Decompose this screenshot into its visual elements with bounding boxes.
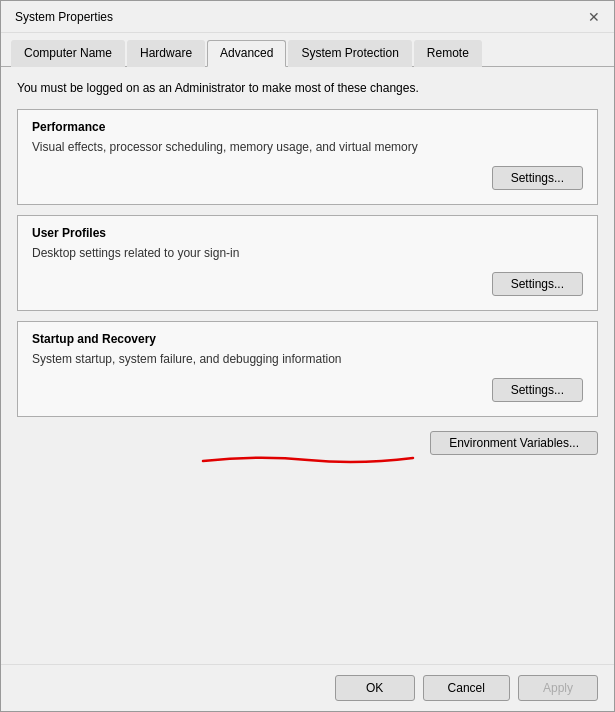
red-underline-decoration bbox=[198, 453, 418, 465]
startup-recovery-btn-row: Settings... bbox=[32, 378, 583, 402]
user-profiles-btn-row: Settings... bbox=[32, 272, 583, 296]
apply-button[interactable]: Apply bbox=[518, 675, 598, 701]
admin-notice: You must be logged on as an Administrato… bbox=[17, 81, 598, 95]
startup-recovery-title: Startup and Recovery bbox=[32, 332, 583, 346]
startup-recovery-desc: System startup, system failure, and debu… bbox=[32, 352, 583, 366]
ok-button[interactable]: OK bbox=[335, 675, 415, 701]
performance-title: Performance bbox=[32, 120, 583, 134]
performance-section: Performance Visual effects, processor sc… bbox=[17, 109, 598, 205]
startup-recovery-settings-button[interactable]: Settings... bbox=[492, 378, 583, 402]
startup-recovery-section: Startup and Recovery System startup, sys… bbox=[17, 321, 598, 417]
user-profiles-title: User Profiles bbox=[32, 226, 583, 240]
tab-advanced[interactable]: Advanced bbox=[207, 40, 286, 67]
footer: OK Cancel Apply bbox=[1, 664, 614, 711]
system-properties-window: System Properties ✕ Computer Name Hardwa… bbox=[0, 0, 615, 712]
performance-desc: Visual effects, processor scheduling, me… bbox=[32, 140, 583, 154]
performance-settings-button[interactable]: Settings... bbox=[492, 166, 583, 190]
cancel-button[interactable]: Cancel bbox=[423, 675, 510, 701]
env-vars-row: Environment Variables... bbox=[17, 431, 598, 455]
user-profiles-section: User Profiles Desktop settings related t… bbox=[17, 215, 598, 311]
window-title: System Properties bbox=[15, 10, 113, 24]
tabs-container: Computer Name Hardware Advanced System P… bbox=[1, 33, 614, 67]
title-bar: System Properties ✕ bbox=[1, 1, 614, 33]
tab-remote[interactable]: Remote bbox=[414, 40, 482, 67]
user-profiles-settings-button[interactable]: Settings... bbox=[492, 272, 583, 296]
tab-content: You must be logged on as an Administrato… bbox=[1, 67, 614, 664]
user-profiles-desc: Desktop settings related to your sign-in bbox=[32, 246, 583, 260]
env-vars-button[interactable]: Environment Variables... bbox=[430, 431, 598, 455]
close-button[interactable]: ✕ bbox=[582, 5, 606, 29]
tab-system-protection[interactable]: System Protection bbox=[288, 40, 411, 67]
tab-hardware[interactable]: Hardware bbox=[127, 40, 205, 67]
tab-computer-name[interactable]: Computer Name bbox=[11, 40, 125, 67]
performance-btn-row: Settings... bbox=[32, 166, 583, 190]
